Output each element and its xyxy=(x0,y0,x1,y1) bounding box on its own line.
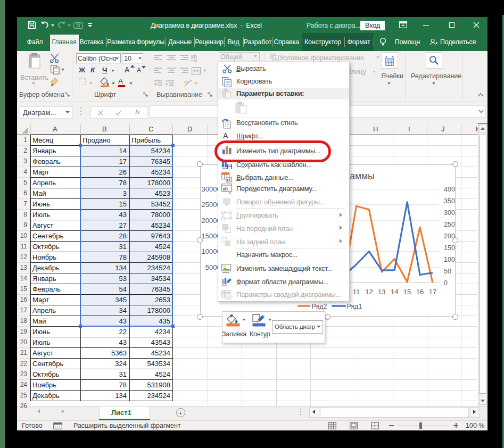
svg-text:11: 11 xyxy=(352,287,360,295)
svg-text:15: 15 xyxy=(403,287,410,295)
svg-text:300: 300 xyxy=(444,209,455,217)
svg-text:0: 0 xyxy=(444,279,448,287)
svg-text:14: 14 xyxy=(390,287,398,295)
svg-text:150: 150 xyxy=(444,244,455,252)
svg-text:13: 13 xyxy=(378,287,385,295)
svg-text:17: 17 xyxy=(428,287,436,295)
svg-text:12: 12 xyxy=(365,287,373,295)
svg-text:350: 350 xyxy=(444,197,455,205)
svg-text:Ряд1: Ряд1 xyxy=(346,302,362,310)
svg-text:Ряд2: Ряд2 xyxy=(311,302,327,310)
svg-text:16: 16 xyxy=(416,287,423,295)
svg-text:ab: ab xyxy=(184,79,189,84)
svg-text:250: 250 xyxy=(444,221,455,228)
svg-text:50: 50 xyxy=(444,268,451,275)
svg-text:100: 100 xyxy=(444,256,455,263)
svg-text:400: 400 xyxy=(444,186,455,193)
